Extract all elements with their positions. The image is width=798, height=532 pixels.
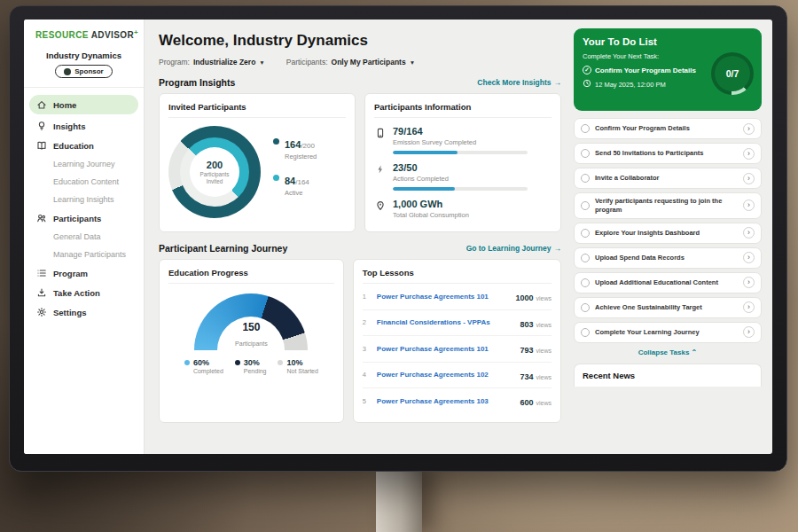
active-total: /164 [295,178,309,186]
sponsor-badge-label: Sponsor [74,67,103,75]
task-checkbox[interactable] [581,303,590,312]
take-action-icon [36,287,47,298]
arrow-right-icon: → [554,78,562,87]
invited-count-label: Participants Invited [196,171,233,185]
chevron-right-icon[interactable]: › [743,301,755,313]
lesson-rank: 2 [363,318,371,326]
education-progress-card: Education Progress 150 Participants [159,259,344,423]
legend-label: Pending [244,368,267,374]
task-checkbox[interactable] [581,278,590,287]
sidebar-item-take-action[interactable]: Take Action [24,283,144,302]
app-logo: RESOURCE ADVISOR+ [24,28,144,40]
collapse-tasks-link[interactable]: Collapse Tasks ⌃ [574,348,762,356]
chevron-up-icon: ⌃ [692,348,698,356]
lesson-title-link[interactable]: Power Purchase Agreements 102 [377,371,514,379]
task-checkbox[interactable] [581,174,590,183]
sidebar-item-manage-participants[interactable]: Manage Participants [24,246,144,263]
task-row[interactable]: Upload Additional Educational Content› [574,272,762,293]
chevron-right-icon[interactable]: › [743,123,755,135]
task-row[interactable]: Explore Your Insights Dashboard› [574,223,762,244]
card-title: Participants Information [374,102,552,118]
sidebar-item-education-content[interactable]: Education Content [24,173,144,191]
lesson-title-link[interactable]: Power Purchase Agreements 101 [377,293,510,301]
learning-journey-header: Participant Learning Journey Go to Learn… [159,243,561,254]
program-dropdown[interactable]: Program: Industrialize Zero ▼ [159,58,265,66]
legend-item-not-started: 10% Not Started [278,358,317,374]
sidebar-item-learning-journey[interactable]: Learning Journey [24,155,144,173]
sidebar-item-learning-insights[interactable]: Learning Insights [24,191,144,208]
lesson-views: 1000views [515,288,552,304]
task-row[interactable]: Achieve One Sustainability Target› [574,297,762,318]
sidebar-item-label: Program [53,269,88,278]
chevron-right-icon[interactable]: › [743,227,755,239]
go-to-learning-journey-link[interactable]: Go to Learning Journey→ [466,244,561,253]
actions-progress-bar [393,187,528,191]
sidebar-item-participants[interactable]: Participants [24,208,144,228]
task-row[interactable]: Complete Your Learning Journey› [574,322,762,343]
stat-actions-completed: 23/50 Actions Completed [374,162,552,191]
actions-progress-fill [393,187,455,191]
task-checkbox[interactable] [581,124,590,133]
chevron-right-icon[interactable]: › [743,252,755,263]
sidebar-item-program[interactable]: Program [24,263,144,283]
check-more-insights-link[interactable]: Check More Insights→ [477,78,561,87]
chevron-down-icon: ▼ [410,59,415,66]
task-list: Confirm Your Program Details› Send 50 In… [574,118,762,343]
task-label: Achieve One Sustainability Target [595,303,738,312]
pending-dot [235,360,240,365]
monitor-stand [376,468,422,532]
task-row[interactable]: Invite a Collaborator› [574,168,762,189]
sidebar-item-education[interactable]: Education [24,136,144,155]
task-row[interactable]: Send 50 Invitations to Participants› [574,143,762,164]
sidebar-nav: Home Insights Education Learning Journey… [24,87,144,322]
legend-item-pending: 30% Pending [235,358,267,374]
lesson-row: 5 Power Purchase Agreements 103 600views [363,388,552,414]
lesson-views: 600views [520,393,552,409]
lesson-views: 793views [520,340,552,356]
task-checkbox[interactable] [581,201,590,210]
sidebar-item-label: General Data [53,232,101,241]
gauge-label: Participants [235,340,268,347]
stat-emission-survey: 79/164 Emission Survey Completed [374,126,552,154]
app-window: RESOURCE ADVISOR+ Industry Dynamics Spon… [24,20,772,454]
task-row[interactable]: Upload Spend Data Records› [574,247,762,269]
chevron-right-icon[interactable]: › [743,148,755,160]
chevron-right-icon[interactable]: › [743,200,755,211]
sidebar-item-settings[interactable]: Settings [24,302,144,322]
task-checkbox[interactable] [581,229,590,238]
task-row[interactable]: Verify participants requesting to join t… [574,192,762,219]
gauge-center: 150 Participants [194,321,308,349]
sidebar-item-label: Education [53,141,94,151]
sidebar-item-general-data[interactable]: General Data [24,228,144,246]
task-row[interactable]: Confirm Your Program Details› [574,118,762,139]
task-checkbox[interactable] [581,254,590,262]
participants-dropdown[interactable]: Participants: Only My Participants ▼ [286,58,415,66]
stat-label: Actions Completed [393,175,528,183]
todo-summary-card: Your To Do List Complete Your Next Task:… [574,28,762,111]
legend-value: 30% [244,358,267,367]
chevron-right-icon[interactable]: › [743,277,755,288]
todo-progress-value: 0/7 [715,56,750,91]
participants-dropdown-label: Participants: [286,58,328,66]
active-value: 84 [285,176,295,186]
sidebar-item-insights[interactable]: Insights [24,116,144,136]
lesson-title-link[interactable]: Power Purchase Agreements 103 [377,397,514,405]
sidebar-item-home[interactable]: Home [29,95,138,114]
program-insights-cards: Invited Participants 200 Participants In… [159,93,561,232]
top-lessons-card: Top Lessons 1 Power Purchase Agreements … [353,259,561,423]
invited-donut-center: 200 Participants Invited [190,147,239,197]
chevron-right-icon[interactable]: › [743,326,755,338]
monitor-bezel: RESOURCE ADVISOR+ Industry Dynamics Spon… [9,5,787,472]
lesson-title-link[interactable]: Power Purchase Agreements 101 [377,345,514,353]
lesson-title-link[interactable]: Financial Considerations - VPPAs [377,318,514,326]
card-title: Education Progress [168,268,334,284]
task-checkbox[interactable] [581,328,590,337]
sidebar-item-label: Insights [53,121,85,131]
todo-progress-ring: 0/7 [711,52,754,95]
chevron-right-icon[interactable]: › [743,173,755,184]
task-checkbox[interactable] [581,149,590,158]
legend-item-registered: 164/200 Registered [273,136,317,160]
active-label: Active [285,189,309,197]
page-title: Welcome, Industry Dynamics [159,32,561,50]
active-dot [273,175,279,181]
